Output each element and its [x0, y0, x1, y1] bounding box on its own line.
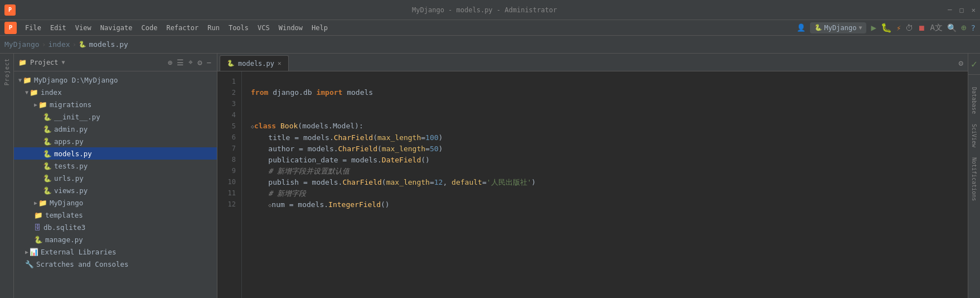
py-models-icon: 🐍	[43, 150, 52, 158]
tree-item-manage[interactable]: 🐍 manage.py	[14, 233, 217, 246]
add-content-button[interactable]: ⊕	[167, 57, 173, 68]
menu-navigate[interactable]: Navigate	[96, 22, 137, 34]
run-config-icon: 🐍	[814, 24, 822, 31]
left-gutter: Project	[0, 54, 14, 298]
tree-item-models[interactable]: 🐍 models.py	[14, 147, 217, 160]
line-11: ◇num = models.IntegerField()	[251, 200, 390, 209]
tab-close-button[interactable]: ✕	[278, 60, 282, 67]
line-9: publish = models.CharField(max_length=12…	[251, 178, 536, 186]
line-num-7: 7	[217, 143, 236, 154]
line-num-4: 4	[217, 109, 236, 121]
tree-item-migrations[interactable]: ▶ 📁 migrations	[14, 98, 217, 110]
py-views-icon: 🐍	[43, 186, 52, 195]
breadcrumb: MyDjango › index › 🐍 models.py	[4, 40, 128, 49]
folder-mydjango-icon: 📁	[38, 199, 47, 207]
tree-label-urls: urls.py	[54, 174, 84, 182]
tree-label-index: index	[41, 88, 62, 97]
profile-icon[interactable]: 👤	[797, 23, 806, 32]
menu-tools[interactable]: Tools	[225, 22, 253, 34]
tree-label-apps: apps.py	[54, 137, 84, 146]
minimize-button[interactable]: ─	[948, 6, 952, 14]
project-label[interactable]: Project	[4, 58, 10, 85]
file-tree: ▼ 📁 MyDjango D:\MyDjango ▼ 📁 index ▶ 📁 m…	[14, 71, 217, 298]
window-title: MyDjango - models.py - Administrator	[412, 6, 557, 14]
stop-button[interactable]: ⏹	[918, 23, 925, 32]
tree-item-external[interactable]: ▶ 📊 External Libraries	[14, 246, 217, 258]
maximize-button[interactable]: □	[960, 6, 964, 14]
chevron-right-icon: ▶	[34, 102, 37, 108]
settings-button[interactable]: ⚙	[196, 57, 203, 68]
menu-window[interactable]: Window	[275, 22, 307, 34]
tree-label-tests: tests.py	[54, 162, 88, 170]
debug-button[interactable]: 🐛	[881, 22, 892, 33]
close-panel-button[interactable]: −	[206, 57, 212, 68]
app-icon: P	[4, 4, 16, 16]
database-panel-button[interactable]: Database	[970, 84, 978, 117]
panel-title-text: Project	[30, 59, 59, 66]
help-icon[interactable]: ?	[971, 23, 976, 32]
editor-tabs: 🐍 models.py ✕ ⚙	[217, 54, 968, 71]
tree-item-templates[interactable]: 📁 templates	[14, 209, 217, 221]
run-configuration[interactable]: 🐍 MyDjango ▼	[810, 22, 867, 33]
locate-button[interactable]: ⌖	[187, 56, 194, 68]
tree-item-views[interactable]: 🐍 views.py	[14, 184, 217, 196]
menu-edit[interactable]: Edit	[46, 22, 70, 34]
external-icon: 📊	[30, 248, 38, 256]
folder-templates-icon: 📁	[34, 211, 43, 219]
line-numbers: 1 2 3 4 5 6 7 8 9 10 11 12	[217, 71, 242, 298]
tree-item-apps[interactable]: 🐍 apps.py	[14, 135, 217, 147]
tree-label-migrations: migrations	[50, 100, 91, 109]
menu-view[interactable]: View	[71, 22, 95, 34]
editor-settings-button[interactable]: ⚙	[957, 57, 966, 69]
line-num-3: 3	[217, 98, 236, 109]
file-panel: 📁 Project ▼ ⊕ ☰ ⌖ ⚙ − ▼ 📁 MyDjango D:\My…	[14, 54, 217, 298]
code-content[interactable]: from django.db import models ◇class Book…	[242, 71, 968, 298]
profile-run-button[interactable]: ⏱	[905, 23, 913, 32]
menu-bar-row: P File Edit View Navigate Code Refactor …	[0, 20, 980, 36]
tree-item-root[interactable]: ▼ 📁 MyDjango D:\MyDjango	[14, 74, 217, 86]
line-7: publication_date = models.DateField()	[251, 156, 430, 164]
tree-item-admin[interactable]: 🐍 admin.py	[14, 123, 217, 135]
translate-button[interactable]: A文	[930, 23, 942, 33]
sciview-panel-button[interactable]: SciView	[970, 121, 978, 151]
menu-code[interactable]: Code	[138, 22, 162, 34]
chevron-right-icon: ▶	[34, 200, 37, 206]
chevron-down-icon: ▼	[18, 77, 22, 83]
menu-refactor[interactable]: Refactor	[162, 22, 202, 34]
add-button[interactable]: ⊕	[961, 22, 967, 33]
run-button[interactable]: ▶	[871, 22, 876, 33]
notifications-panel-button[interactable]: Notifications	[970, 154, 978, 204]
menu-help[interactable]: Help	[308, 22, 332, 34]
run-config-dropdown-icon[interactable]: ▼	[858, 25, 862, 31]
search-everywhere-button[interactable]: 🔍	[947, 23, 957, 32]
editor-tabs-right: ⚙	[957, 57, 966, 71]
panel-dropdown-icon[interactable]: ▼	[62, 59, 65, 65]
menu-file[interactable]: File	[21, 22, 45, 34]
line-8: # 新增字段并设置默认值	[251, 167, 350, 175]
py-manage-icon: 🐍	[34, 235, 43, 244]
right-panel: ✓ Database SciView Notifications	[968, 54, 980, 298]
tree-item-scratches[interactable]: 🔧 Scratches and Consoles	[14, 258, 217, 270]
line-1: from django.db import models	[251, 88, 373, 97]
tab-label: models.py	[238, 60, 274, 68]
tree-item-init[interactable]: 🐍 __init__.py	[14, 110, 217, 123]
tree-item-mydjango-sub[interactable]: ▶ 📁 MyDjango	[14, 196, 217, 209]
code-editor: 1 2 3 4 5 6 7 8 9 10 11 12 from django.d…	[217, 71, 968, 298]
breadcrumb-file[interactable]: models.py	[89, 40, 128, 49]
breadcrumb-index[interactable]: index	[48, 40, 70, 49]
menu-vcs[interactable]: VCS	[254, 22, 274, 34]
tab-models-py[interactable]: 🐍 models.py ✕	[220, 55, 289, 71]
collapse-all-button[interactable]: ☰	[176, 57, 185, 68]
tree-item-index[interactable]: ▼ 📁 index	[14, 86, 217, 98]
coverage-button[interactable]: ⚡	[896, 23, 901, 32]
line-num-9: 9	[217, 165, 236, 176]
line-num-8: 8	[217, 154, 236, 165]
breadcrumb-project[interactable]: MyDjango	[4, 40, 40, 49]
close-button[interactable]: ✕	[972, 6, 976, 14]
tree-item-tests[interactable]: 🐍 tests.py	[14, 160, 217, 172]
tree-item-urls[interactable]: 🐍 urls.py	[14, 172, 217, 184]
py-urls-icon: 🐍	[43, 174, 52, 182]
folder-index-icon: 📁	[30, 88, 38, 97]
tree-item-db[interactable]: 🗄 db.sqlite3	[14, 221, 217, 233]
menu-run[interactable]: Run	[203, 22, 224, 34]
